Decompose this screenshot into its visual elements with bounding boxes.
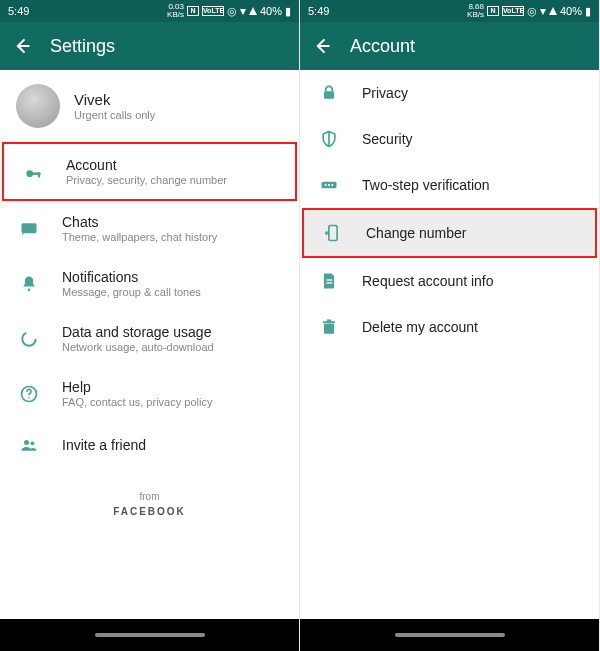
- account-item-change-number[interactable]: Change number: [304, 210, 595, 256]
- svg-point-5: [22, 332, 35, 345]
- key-icon: [22, 161, 44, 183]
- svg-point-4: [28, 288, 31, 291]
- shield-icon: [318, 128, 340, 150]
- settings-item-help[interactable]: Help FAQ, contact us, privacy policy: [0, 366, 299, 421]
- settings-item-chats[interactable]: Chats Theme, wallpapers, chat history: [0, 201, 299, 256]
- account-item-delete[interactable]: Delete my account: [300, 304, 599, 350]
- svg-rect-15: [329, 226, 337, 241]
- account-item-twostep[interactable]: Two-step verification: [300, 162, 599, 208]
- svg-point-13: [328, 184, 330, 186]
- settings-item-invite[interactable]: Invite a friend: [0, 421, 299, 469]
- settings-item-data[interactable]: Data and storage usage Network usage, au…: [0, 311, 299, 366]
- n-icon: N: [487, 6, 499, 16]
- svg-point-9: [30, 441, 34, 445]
- chat-icon: [18, 218, 40, 240]
- battery-icon: ▮: [285, 5, 291, 18]
- back-icon[interactable]: [12, 36, 32, 56]
- status-bar: 5:49 0.03KB/s N VoLTE ◎ ▾ 40% ▮: [0, 0, 299, 22]
- settings-list: Vivek Urgent calls only Account Privacy,…: [0, 70, 299, 619]
- phone-settings: 5:49 0.03KB/s N VoLTE ◎ ▾ 40% ▮ Settings…: [0, 0, 300, 651]
- settings-item-notifications[interactable]: Notifications Message, group & call tone…: [0, 256, 299, 311]
- vibrate-icon: ◎: [227, 5, 237, 18]
- profile-status: Urgent calls only: [74, 109, 155, 121]
- avatar: [16, 84, 60, 128]
- status-time: 5:49: [8, 5, 29, 17]
- phone-swap-icon: [322, 222, 344, 244]
- account-item-security[interactable]: Security: [300, 116, 599, 162]
- svg-rect-3: [22, 223, 37, 233]
- android-nav-bar[interactable]: [300, 619, 599, 651]
- battery-pct: 40%: [560, 5, 582, 17]
- wifi-icon: ▾: [240, 4, 246, 18]
- svg-rect-18: [324, 324, 334, 334]
- app-header: Settings: [0, 22, 299, 70]
- status-time: 5:49: [308, 5, 329, 17]
- volte-icon: VoLTE: [502, 6, 524, 16]
- svg-rect-10: [324, 91, 334, 99]
- bell-icon: [18, 273, 40, 295]
- svg-point-8: [24, 440, 29, 445]
- people-icon: [18, 434, 40, 456]
- status-bar: 5:49 8.68KB/s N VoLTE ◎ ▾ 40% ▮: [300, 0, 599, 22]
- data-usage-icon: [18, 328, 40, 350]
- signal-icon: [249, 7, 257, 15]
- account-item-request-info[interactable]: Request account info: [300, 258, 599, 304]
- volte-icon: VoLTE: [202, 6, 224, 16]
- back-icon[interactable]: [312, 36, 332, 56]
- page-title: Account: [350, 36, 415, 57]
- svg-point-14: [331, 184, 333, 186]
- highlight-account: Account Privacy, security, change number: [2, 142, 297, 201]
- trash-icon: [318, 316, 340, 338]
- signal-icon: [549, 7, 557, 15]
- pin-icon: [318, 174, 340, 196]
- lock-icon: [318, 82, 340, 104]
- n-icon: N: [187, 6, 199, 16]
- svg-rect-16: [327, 279, 333, 280]
- app-header: Account: [300, 22, 599, 70]
- svg-point-7: [28, 396, 30, 398]
- footer: from FACEBOOK: [0, 491, 299, 517]
- status-right: 8.68KB/s N VoLTE ◎ ▾ 40% ▮: [467, 3, 591, 19]
- profile-row[interactable]: Vivek Urgent calls only: [0, 70, 299, 142]
- wifi-icon: ▾: [540, 4, 546, 18]
- account-list: Privacy Security Two-step verification C…: [300, 70, 599, 619]
- phone-account: 5:49 8.68KB/s N VoLTE ◎ ▾ 40% ▮ Account …: [300, 0, 600, 651]
- svg-point-12: [325, 184, 327, 186]
- battery-pct: 40%: [260, 5, 282, 17]
- battery-icon: ▮: [585, 5, 591, 18]
- svg-rect-2: [38, 172, 40, 177]
- help-icon: [18, 383, 40, 405]
- svg-rect-20: [327, 320, 331, 322]
- document-icon: [318, 270, 340, 292]
- vibrate-icon: ◎: [527, 5, 537, 18]
- account-item-privacy[interactable]: Privacy: [300, 70, 599, 116]
- status-right: 0.03KB/s N VoLTE ◎ ▾ 40% ▮: [167, 3, 291, 19]
- profile-name: Vivek: [74, 91, 155, 108]
- android-nav-bar[interactable]: [0, 619, 299, 651]
- page-title: Settings: [50, 36, 115, 57]
- svg-rect-17: [327, 282, 333, 283]
- highlight-change-number: Change number: [302, 208, 597, 258]
- settings-item-account[interactable]: Account Privacy, security, change number: [4, 144, 295, 199]
